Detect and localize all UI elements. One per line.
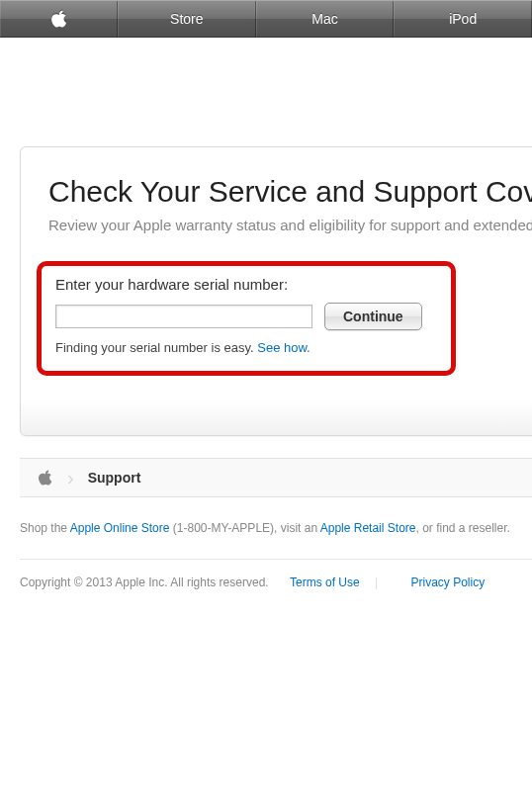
footer-suffix: , or find a reseller.: [415, 521, 509, 535]
page-title: Check Your Service and Support Coverage: [48, 175, 532, 209]
breadcrumb-support[interactable]: Support: [88, 470, 141, 486]
retail-store-link[interactable]: Apple Retail Store: [320, 521, 416, 535]
footer-shop-line: Shop the Apple Online Store (1-800-MY-AP…: [20, 519, 532, 537]
help-text-static: Finding your serial number is easy.: [55, 340, 257, 355]
page-subtitle: Review your Apple warranty status and el…: [48, 217, 532, 233]
footer-separator: |: [375, 576, 378, 589]
nav-ipod[interactable]: iPod: [394, 1, 532, 37]
privacy-link[interactable]: Privacy Policy: [411, 576, 486, 589]
online-store-link[interactable]: Apple Online Store: [70, 521, 170, 535]
copyright-text: Copyright © 2013 Apple Inc. All rights r…: [20, 576, 269, 589]
apple-home-icon: [38, 469, 53, 487]
top-nav: Store Mac iPod: [0, 0, 532, 38]
nav-store[interactable]: Store: [118, 1, 256, 37]
serial-form-highlight: Enter your hardware serial number: Conti…: [37, 261, 456, 376]
continue-button[interactable]: Continue: [324, 303, 422, 330]
terms-link[interactable]: Terms of Use: [290, 576, 360, 589]
breadcrumb: › Support: [20, 458, 532, 497]
nav-apple-logo[interactable]: [0, 1, 118, 37]
serial-help-text: Finding your serial number is easy. See …: [55, 340, 437, 355]
coverage-card: Check Your Service and Support Coverage …: [20, 146, 532, 436]
footer-copyright-row: Copyright © 2013 Apple Inc. All rights r…: [20, 559, 532, 589]
footer-shop-prefix: Shop the: [20, 521, 70, 535]
chevron-right-icon: ›: [67, 467, 74, 489]
apple-logo-icon: [50, 9, 68, 29]
serial-input-row: Continue: [55, 303, 437, 330]
see-how-link[interactable]: See how.: [257, 340, 310, 355]
breadcrumb-home[interactable]: [32, 464, 59, 491]
footer-phone: (1-800-MY-APPLE), visit an: [169, 521, 319, 535]
serial-label: Enter your hardware serial number:: [55, 276, 437, 293]
serial-input[interactable]: [55, 305, 312, 328]
nav-mac[interactable]: Mac: [256, 1, 395, 37]
